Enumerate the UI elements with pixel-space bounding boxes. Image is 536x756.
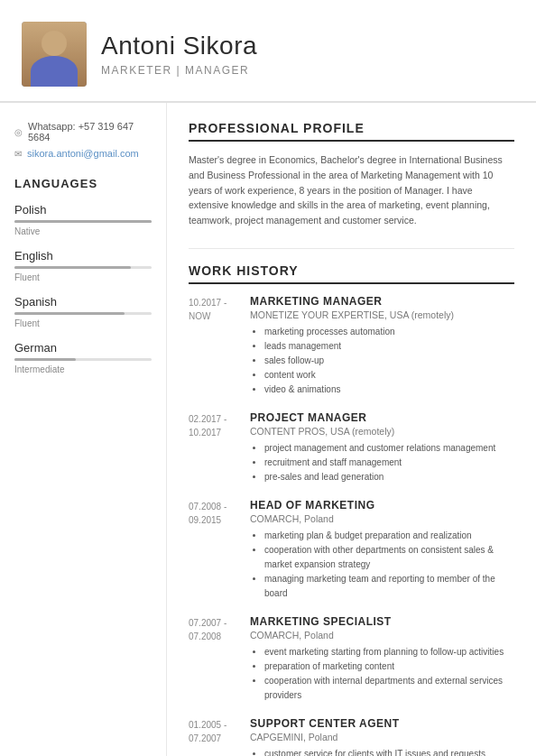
work-bullets: project management and customer relation… — [250, 441, 514, 484]
language-name: Polish — [14, 203, 152, 217]
work-bullet: content work — [264, 368, 514, 383]
work-title: SUPPORT CENTER AGENT — [250, 717, 514, 730]
phone-contact: ◎ Whatsapp: +57 319 647 5684 — [14, 121, 152, 143]
language-item: English Fluent — [14, 249, 152, 282]
work-date: 07.2007 -07.2008 — [189, 615, 250, 703]
work-title: PROJECT MANAGER — [250, 411, 514, 424]
work-date: 10.2017 -NOW — [189, 295, 250, 397]
work-bullet: pre-sales and lead generation — [264, 470, 514, 484]
work-details: PROJECT MANAGER CONTENT PROS, USA (remot… — [250, 411, 514, 484]
work-company: COMARCH, Poland — [250, 513, 514, 524]
work-bullet: marketing plan & budget preparation and … — [264, 529, 514, 543]
phone-icon: ◎ — [14, 127, 23, 137]
language-name: English — [14, 249, 152, 263]
work-title: MARKETING MANAGER — [250, 295, 514, 308]
work-bullets: customer service for clients with IT iss… — [250, 747, 514, 756]
language-item: Spanish Fluent — [14, 295, 152, 328]
languages-section-title: LANGUAGES — [14, 177, 152, 190]
profile-section-title: PROFESSIONAL PROFILE — [189, 121, 514, 142]
profile-text: Master's degree in Economics, Bachelor's… — [189, 152, 514, 228]
language-level: Fluent — [14, 318, 152, 328]
work-item: 02.2017 -10.2017 PROJECT MANAGER CONTENT… — [189, 411, 514, 484]
work-company: CAPGEMINI, Poland — [250, 732, 514, 742]
language-bar-bg — [14, 358, 152, 361]
candidate-title: MARKETER | MANAGER — [101, 64, 514, 77]
work-item: 10.2017 -NOW MARKETING MANAGER MONETIZE … — [189, 295, 514, 397]
work-details: MARKETING SPECIALIST COMARCH, Poland eve… — [250, 615, 514, 703]
phone-text: Whatsapp: +57 319 647 5684 — [28, 121, 152, 143]
work-bullet: event marketing starting from planning t… — [264, 645, 514, 659]
work-bullet: preparation of marketing content — [264, 659, 514, 674]
work-history-section: WORK HISTORY 10.2017 -NOW MARKETING MANA… — [189, 263, 514, 756]
content-area: PROFESSIONAL PROFILE Master's degree in … — [167, 103, 536, 756]
language-name: Spanish — [14, 295, 152, 309]
work-bullet: sales follow-up — [264, 354, 514, 368]
language-level: Fluent — [14, 272, 152, 282]
language-bar — [14, 266, 131, 269]
language-item: German Intermediate — [14, 341, 152, 374]
languages-list: Polish Native English Fluent Spanish Flu… — [14, 203, 152, 374]
work-item: 01.2005 -07.2007 SUPPORT CENTER AGENT CA… — [189, 717, 514, 756]
work-bullet: cooperation with other departments on co… — [264, 543, 514, 572]
work-bullet: recruitment and staff management — [264, 456, 514, 470]
work-details: HEAD OF MARKETING COMARCH, Poland market… — [250, 499, 514, 601]
candidate-name: Antoni Sikora — [101, 32, 514, 60]
work-history-list: 10.2017 -NOW MARKETING MANAGER MONETIZE … — [189, 295, 514, 756]
section-divider — [189, 248, 514, 249]
work-bullet: cooperation with internal departments an… — [264, 674, 514, 703]
work-bullets: marketing plan & budget preparation and … — [250, 529, 514, 601]
work-company: CONTENT PROS, USA (remotely) — [250, 426, 514, 437]
work-item: 07.2008 -09.2015 HEAD OF MARKETING COMAR… — [189, 499, 514, 601]
email-contact: ✉ sikora.antoni@gmail.com — [14, 148, 152, 159]
professional-profile-section: PROFESSIONAL PROFILE Master's degree in … — [189, 121, 514, 228]
work-title: MARKETING SPECIALIST — [250, 615, 514, 628]
work-company: MONETIZE YOUR EXPERTISE, USA (remotely) — [250, 309, 514, 320]
email-text: sikora.antoni@gmail.com — [27, 148, 139, 159]
email-icon: ✉ — [14, 149, 22, 159]
work-title: HEAD OF MARKETING — [250, 499, 514, 512]
language-bar — [14, 358, 76, 361]
language-bar-bg — [14, 266, 152, 269]
main-layout: ◎ Whatsapp: +57 319 647 5684 ✉ sikora.an… — [0, 103, 536, 756]
work-bullet: marketing processes automation — [264, 325, 514, 339]
resume-page: Antoni Sikora MARKETER | MANAGER ◎ Whats… — [0, 0, 536, 756]
work-date: 02.2017 -10.2017 — [189, 411, 250, 484]
work-date: 07.2008 -09.2015 — [189, 499, 250, 601]
language-bar-bg — [14, 312, 152, 315]
work-bullet: leads management — [264, 339, 514, 354]
sidebar: ◎ Whatsapp: +57 319 647 5684 ✉ sikora.an… — [0, 103, 167, 756]
work-history-title: WORK HISTORY — [189, 263, 514, 284]
header: Antoni Sikora MARKETER | MANAGER — [0, 0, 536, 103]
work-bullet: video & animations — [264, 383, 514, 397]
work-details: SUPPORT CENTER AGENT CAPGEMINI, Poland c… — [250, 717, 514, 756]
work-item: 07.2007 -07.2008 MARKETING SPECIALIST CO… — [189, 615, 514, 703]
language-name: German — [14, 341, 152, 355]
language-item: Polish Native — [14, 203, 152, 236]
language-level: Native — [14, 226, 152, 236]
language-bar — [14, 312, 125, 315]
work-bullets: event marketing starting from planning t… — [250, 645, 514, 703]
work-details: MARKETING MANAGER MONETIZE YOUR EXPERTIS… — [250, 295, 514, 397]
language-level: Intermediate — [14, 364, 152, 374]
avatar — [22, 22, 87, 87]
work-company: COMARCH, Poland — [250, 630, 514, 641]
work-date: 01.2005 -07.2007 — [189, 717, 250, 756]
language-bar-bg — [14, 220, 152, 223]
work-bullet: managing marketing team and reporting to… — [264, 572, 514, 601]
header-info: Antoni Sikora MARKETER | MANAGER — [101, 32, 514, 77]
work-bullets: marketing processes automationleads mana… — [250, 325, 514, 397]
work-bullet: customer service for clients with IT iss… — [264, 747, 514, 756]
work-bullet: project management and customer relation… — [264, 441, 514, 456]
language-bar — [14, 220, 152, 223]
